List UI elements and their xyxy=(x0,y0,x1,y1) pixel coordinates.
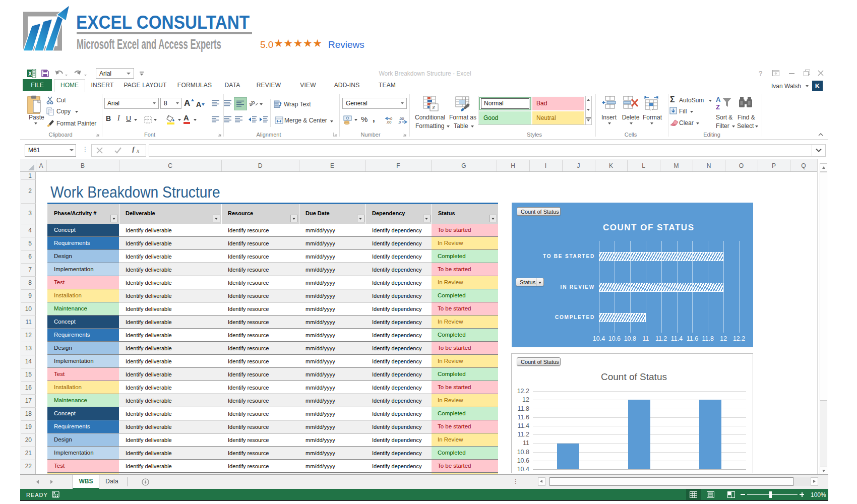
svg-text:≠: ≠ xyxy=(432,104,435,110)
svg-text:.00: .00 xyxy=(386,120,391,124)
svg-text:Z: Z xyxy=(716,103,720,111)
svg-text:X: X xyxy=(28,71,32,77)
svg-text:ab: ab xyxy=(249,99,256,107)
svg-text:.0: .0 xyxy=(398,120,401,124)
svg-text:A: A xyxy=(716,96,721,103)
